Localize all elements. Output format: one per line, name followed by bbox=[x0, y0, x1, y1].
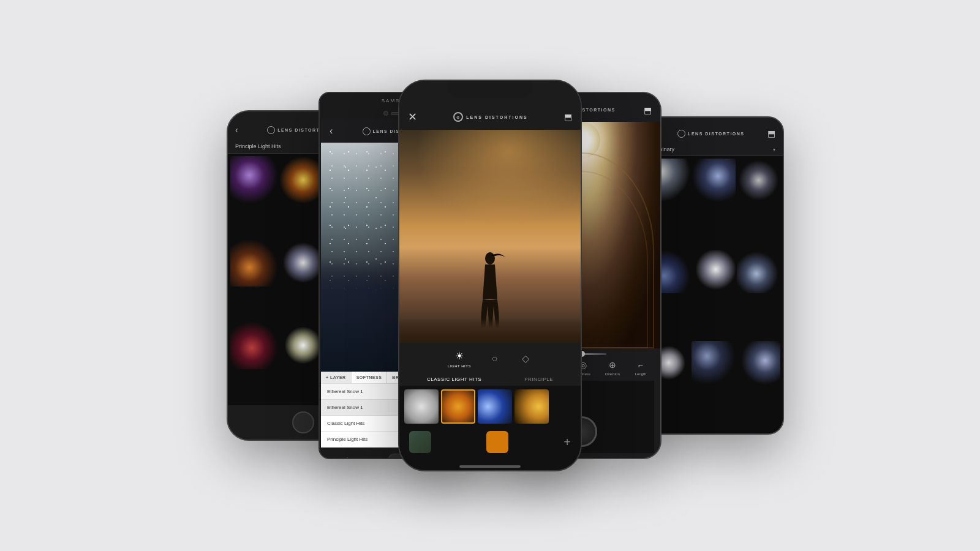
direction-control[interactable]: ⊕ Direction bbox=[605, 359, 620, 376]
flare-grid-2 bbox=[644, 156, 783, 433]
export-icon[interactable]: ⬒ bbox=[767, 129, 775, 138]
thumbnails-row bbox=[399, 386, 581, 427]
ctrl-label: Length bbox=[635, 372, 646, 376]
length-control[interactable]: ⌐ Length bbox=[635, 359, 647, 376]
filter-swatch[interactable] bbox=[486, 431, 508, 453]
principle-label[interactable]: PRINCIPLE bbox=[524, 377, 553, 382]
phone-center-screen: ✕ ⊘ LENS DISTORTIONS ⬒ bbox=[399, 81, 581, 470]
bottom-bar: + bbox=[399, 427, 581, 465]
sky-glow bbox=[399, 130, 581, 236]
list-item[interactable] bbox=[230, 239, 278, 287]
layer-name: Ethereal Snow 1 bbox=[327, 405, 363, 410]
dropdown-arrow-icon: ▾ bbox=[773, 147, 775, 152]
section-labels-bar: CLASSIC LIGHT HITS PRINCIPLE bbox=[399, 374, 581, 386]
phone-center: ✕ ⊘ LENS DISTORTIONS ⬒ bbox=[398, 80, 582, 471]
thumbnail-gold[interactable] bbox=[514, 389, 549, 424]
logo-icon bbox=[267, 126, 275, 134]
list-item[interactable] bbox=[230, 321, 278, 369]
notch bbox=[447, 81, 533, 98]
classic-light-hits-label[interactable]: CLASSIC LIGHT HITS bbox=[427, 377, 481, 382]
phone-right2: ‹ LENS DISTORTIONS ⬒ Luminary ▾ bbox=[643, 116, 784, 435]
add-layer-tab[interactable]: + LAYER bbox=[321, 372, 352, 383]
add-button[interactable]: + bbox=[564, 435, 571, 449]
download-icon[interactable]: ⬒ bbox=[564, 112, 572, 122]
back-icon[interactable]: ‹ bbox=[235, 125, 238, 135]
logo-icon bbox=[677, 130, 685, 138]
list-item[interactable] bbox=[692, 159, 735, 202]
light-hits-tool[interactable]: ☀ LIGHT HITS bbox=[448, 349, 471, 368]
list-item[interactable] bbox=[230, 156, 278, 204]
list-item[interactable] bbox=[737, 159, 780, 202]
list-item[interactable] bbox=[692, 250, 735, 293]
circle-icon: ○ bbox=[488, 352, 502, 365]
back-icon[interactable]: ‹ bbox=[330, 126, 333, 137]
home-button[interactable] bbox=[292, 411, 314, 433]
logo-icon bbox=[363, 127, 371, 135]
close-icon[interactable]: ✕ bbox=[408, 110, 417, 124]
ctrl-label: Direction bbox=[605, 372, 620, 376]
phone-right2-screen: ‹ LENS DISTORTIONS ⬒ Luminary ▾ bbox=[644, 118, 783, 433]
logo-text: LENS DISTORTIONS bbox=[688, 132, 744, 136]
circle-tool[interactable]: ○ bbox=[488, 352, 502, 365]
phone-right2-dropdown[interactable]: Luminary ▾ bbox=[644, 143, 783, 156]
phone-right2-header: ‹ LENS DISTORTIONS ⬒ bbox=[644, 118, 783, 143]
thumbnail-soft[interactable] bbox=[404, 389, 439, 424]
sun-icon: ☀ bbox=[453, 349, 466, 362]
back-nav-icon[interactable]: ‹ bbox=[345, 454, 348, 459]
thumbnail-warm[interactable] bbox=[441, 389, 475, 424]
tool-icons-bar: ☀ LIGHT HITS ○ ◇ bbox=[399, 343, 581, 374]
length-icon: ⌐ bbox=[635, 359, 647, 371]
diamond-tool[interactable]: ◇ bbox=[519, 352, 532, 365]
phones-container: ‹ LENS DISTORTIONS ⬒ Principle Light Hit… bbox=[31, 12, 949, 539]
list-item[interactable] bbox=[737, 341, 780, 384]
direction-icon: ⊕ bbox=[606, 359, 619, 371]
phone-right2-logo: LENS DISTORTIONS bbox=[677, 130, 744, 138]
phone-center-logo: ⊘ LENS DISTORTIONS bbox=[453, 112, 527, 122]
tool-label: LIGHT HITS bbox=[448, 364, 471, 368]
logo-circle-icon: ⊘ bbox=[453, 112, 463, 122]
category-name: Classic Light Hits bbox=[327, 421, 364, 426]
list-item[interactable] bbox=[692, 341, 735, 384]
photo-thumbnail[interactable] bbox=[409, 431, 431, 453]
list-item[interactable] bbox=[737, 250, 780, 293]
category-name: Principle Light Hits bbox=[327, 437, 368, 442]
diamond-icon: ◇ bbox=[519, 352, 532, 365]
softness-tab[interactable]: SOFTNESS bbox=[352, 372, 388, 383]
camera-dot bbox=[383, 111, 388, 116]
svg-point-0 bbox=[485, 252, 495, 264]
home-indicator bbox=[459, 465, 521, 468]
thumbnail-blue[interactable] bbox=[478, 389, 512, 424]
layer-name: Ethereal Snow 1 bbox=[327, 389, 363, 394]
dropdown-label: Principle Light Hits bbox=[235, 143, 281, 149]
download-icon[interactable]: ⬒ bbox=[644, 105, 652, 115]
logo-text: LENS DISTORTIONS bbox=[466, 115, 527, 119]
phone-center-photo bbox=[399, 130, 581, 343]
